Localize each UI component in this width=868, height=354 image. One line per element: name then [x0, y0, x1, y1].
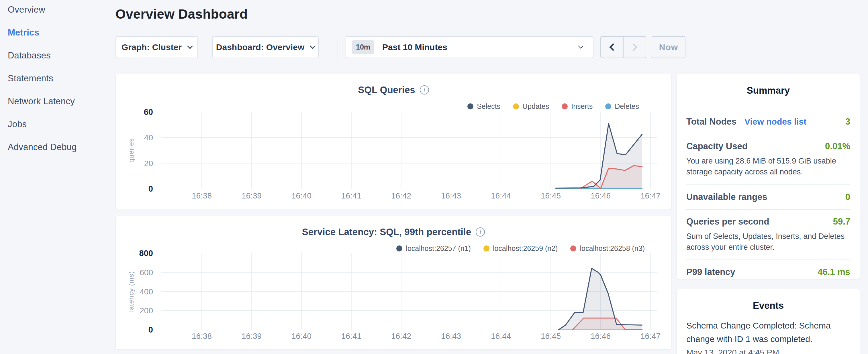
sidebar-item-overview[interactable]: Overview	[8, 5, 111, 14]
legend-item-localhost-26258-n3-: localhost:26258 (n3)	[570, 244, 645, 253]
legend-label: localhost:26258 (n3)	[580, 244, 645, 253]
legend-item-localhost-26259-n2-: localhost:26259 (n2)	[484, 244, 558, 253]
graph-dropdown[interactable]: Graph: Cluster	[116, 36, 198, 58]
dashboard-dropdown-label: Dashboard: Overview	[216, 42, 304, 52]
x-tick-label: 16:43	[441, 191, 461, 200]
sidebar-item-advanced-debug[interactable]: Advanced Debug	[8, 142, 111, 152]
x-tick-label: 16:38	[192, 191, 212, 200]
legend-label: localhost:26259 (n2)	[493, 244, 558, 253]
chevron-down-icon	[310, 43, 315, 49]
graph-dropdown-label: Graph: Cluster	[122, 42, 182, 52]
queries-per-second-label: Queries per second	[686, 217, 769, 227]
controls-divider	[338, 37, 338, 58]
capacity-used-value: 0.01%	[825, 141, 850, 152]
event-message: Schema Change Completed: Schema change w…	[686, 319, 850, 346]
legend-item-deletes: Deletes	[605, 102, 639, 110]
series-fill-localhost-26257-n1-	[559, 268, 642, 330]
view-nodes-list-link[interactable]: View nodes list	[744, 117, 806, 127]
sidebar-item-statements[interactable]: Statements	[8, 74, 111, 83]
x-tick-label: 16:46	[591, 191, 611, 200]
x-tick-label: 16:39	[242, 191, 261, 200]
legend-label: Inserts	[571, 102, 593, 110]
series-fill-selects	[556, 123, 642, 189]
x-tick-label: 16:41	[341, 332, 361, 341]
info-icon[interactable]: i	[476, 227, 485, 236]
x-tick-label: 16:38	[192, 332, 212, 341]
info-icon[interactable]: i	[420, 85, 429, 95]
chevron-down-icon	[578, 43, 583, 49]
sidebar-item-metrics[interactable]: Metrics	[8, 28, 111, 37]
legend-dot-icon	[570, 246, 576, 252]
events-panel: Events Schema Change Completed: Schema c…	[677, 289, 860, 354]
y-tick-label: 20	[144, 159, 153, 168]
y-axis-title: latency (ms)	[127, 271, 135, 312]
y-tick-label: 0	[149, 184, 153, 193]
x-tick-label: 16:44	[491, 191, 511, 200]
legend-dot-icon	[562, 103, 568, 109]
service-latency-legend: localhost:26257 (n1)localhost:26259 (n2)…	[396, 244, 645, 253]
legend-dot-icon	[513, 103, 519, 109]
unavailable-ranges-label: Unavailable ranges	[686, 192, 767, 202]
y-tick-label: 800	[139, 249, 153, 258]
legend-dot-icon	[396, 246, 402, 252]
legend-label: Deletes	[615, 102, 639, 110]
x-tick-label: 16:40	[291, 191, 311, 200]
x-tick-label: 16:47	[641, 332, 660, 341]
p99-latency-label: P99 latency	[686, 267, 735, 277]
summary-row-total-nodes: Total Nodes View nodes list 3	[686, 110, 850, 134]
capacity-used-description: You are using 28.6 MiB of 515.9 GiB usab…	[686, 156, 850, 178]
queries-per-second-description: Sum of Selects, Updates, Inserts, and De…	[686, 231, 850, 253]
x-tick-label: 16:45	[541, 332, 561, 341]
sql-queries-legend: SelectsUpdatesInsertsDeletes	[467, 102, 639, 110]
p99-latency-value: 46.1 ms	[817, 267, 850, 277]
chevron-down-icon	[187, 43, 193, 49]
sidebar-item-jobs[interactable]: Jobs	[8, 120, 111, 129]
y-tick-label: 60	[144, 107, 153, 117]
summary-row-p99-latency: P99 latency 46.1 ms	[686, 259, 850, 284]
time-window-badge: 10m	[352, 40, 374, 54]
total-nodes-label: Total Nodes	[686, 117, 737, 127]
x-tick-label: 16:45	[541, 191, 561, 200]
y-axis-title: queries	[127, 138, 135, 163]
legend-dot-icon	[484, 246, 490, 252]
x-tick-label: 16:46	[591, 332, 611, 341]
total-nodes-value: 3	[845, 117, 850, 127]
legend-label: Selects	[477, 102, 500, 110]
legend-dot-icon	[467, 103, 473, 109]
y-tick-label: 0	[149, 325, 153, 334]
service-latency-panel: Service Latency: SQL, 99th percentile i …	[116, 216, 672, 350]
chevron-right-icon	[630, 43, 637, 51]
dashboard-dropdown[interactable]: Dashboard: Overview	[212, 36, 319, 58]
legend-item-selects: Selects	[467, 102, 500, 110]
sidebar-item-network-latency[interactable]: Network Latency	[8, 97, 111, 106]
x-tick-label: 16:41	[341, 191, 361, 200]
sidebar: Overview Metrics Databases Statements Ne…	[8, 5, 111, 165]
summary-row-queries-per-second: Queries per second 59.7 Sum of Selects, …	[686, 209, 850, 260]
sql-queries-panel: SQL Queries i SelectsUpdatesInsertsDelet…	[116, 74, 672, 209]
legend-item-localhost-26257-n1-: localhost:26257 (n1)	[396, 244, 471, 253]
legend-label: Updates	[522, 102, 549, 110]
x-tick-label: 16:44	[491, 332, 511, 341]
time-nav-group	[600, 36, 646, 58]
time-range-dropdown[interactable]: 10m Past 10 Minutes	[346, 36, 593, 58]
legend-label: localhost:26257 (n1)	[406, 244, 471, 253]
x-tick-label: 16:43	[441, 332, 461, 341]
unavailable-ranges-value: 0	[845, 192, 850, 202]
y-tick-label: 40	[144, 133, 153, 142]
time-next-button[interactable]	[623, 37, 646, 58]
capacity-used-label: Capacity Used	[686, 141, 748, 152]
summary-row-capacity-used: Capacity Used 0.01% You are using 28.6 M…	[686, 134, 850, 185]
now-button[interactable]: Now	[652, 36, 685, 58]
legend-item-updates: Updates	[513, 102, 549, 110]
x-tick-label: 16:40	[291, 332, 311, 341]
chart-title-service-latency: Service Latency: SQL, 99th percentile	[302, 227, 471, 237]
x-tick-label: 16:42	[391, 191, 411, 200]
legend-item-inserts: Inserts	[562, 102, 593, 110]
page-title: Overview Dashboard	[116, 6, 248, 22]
time-prev-button[interactable]	[601, 37, 623, 58]
summary-panel: Summary Total Nodes View nodes list 3 Ca…	[677, 74, 860, 279]
dashboard-controls: Graph: Cluster Dashboard: Overview 10m P…	[0, 36, 868, 58]
y-tick-label: 200	[140, 306, 153, 315]
event-item[interactable]: Schema Change Completed: Schema change w…	[677, 319, 860, 354]
events-title: Events	[677, 289, 860, 311]
